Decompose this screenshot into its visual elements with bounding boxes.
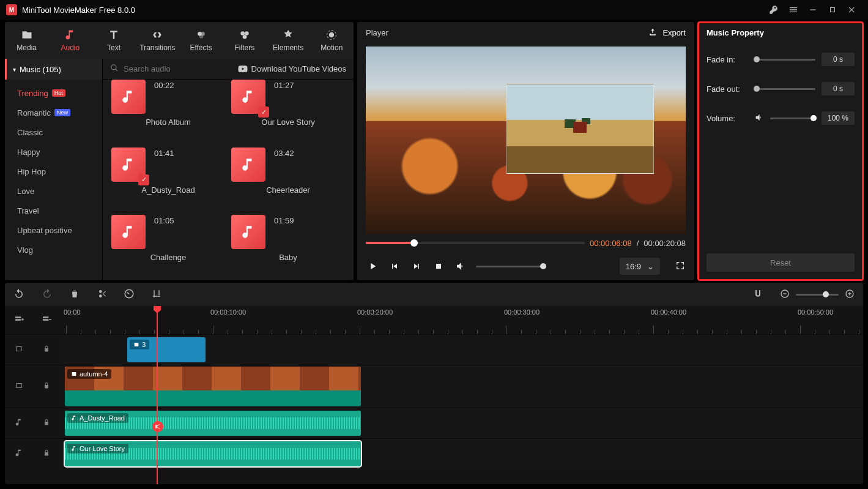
sidebar-item-romantic[interactable]: RomanticNew bbox=[17, 103, 102, 122]
property-volume-slider[interactable] bbox=[770, 118, 815, 119]
sidebar-item-trending[interactable]: TrendingHot bbox=[17, 83, 102, 103]
nav-filters-label: Filters bbox=[235, 43, 255, 52]
titlebar: M MiniTool MovieMaker Free 8.0.0 bbox=[0, 0, 868, 20]
fade-out-slider[interactable] bbox=[754, 88, 815, 90]
nav-text[interactable]: Text bbox=[92, 22, 136, 59]
check-icon: ✓ bbox=[258, 106, 269, 118]
fade-in-slider[interactable] bbox=[754, 59, 815, 61]
playback-seek-bar[interactable] bbox=[366, 242, 585, 244]
upgrade-key-icon[interactable] bbox=[764, 1, 784, 18]
stop-button[interactable] bbox=[432, 261, 445, 271]
nav-media-label: Media bbox=[17, 43, 37, 52]
nav-effects[interactable]: Effects bbox=[179, 22, 223, 59]
sidebar-item-upbeat-positive[interactable]: Upbeat positive bbox=[17, 220, 102, 240]
audio-item[interactable]: 01:59Baby bbox=[231, 215, 345, 280]
speed-button[interactable] bbox=[124, 288, 135, 301]
prev-frame-button[interactable] bbox=[388, 261, 401, 271]
nav-elements[interactable]: Elements bbox=[267, 22, 310, 59]
nav-media[interactable]: Media bbox=[5, 22, 48, 59]
track-overlay: 3 bbox=[5, 334, 863, 365]
zoom-out-button[interactable] bbox=[780, 289, 790, 300]
next-frame-button[interactable] bbox=[410, 261, 423, 271]
audio-duration: 01:27 bbox=[274, 81, 294, 90]
redo-button[interactable] bbox=[42, 288, 53, 301]
sidebar-item-love[interactable]: Love bbox=[17, 181, 102, 201]
remove-track-button[interactable] bbox=[42, 315, 51, 326]
lock-icon[interactable] bbox=[43, 345, 50, 354]
audio-clip-2[interactable]: Our Love Story bbox=[65, 441, 361, 466]
undo-button[interactable] bbox=[13, 288, 24, 301]
lock-icon[interactable] bbox=[43, 382, 50, 391]
play-button[interactable] bbox=[366, 261, 379, 272]
maximize-icon[interactable] bbox=[823, 1, 842, 18]
preview-viewport[interactable] bbox=[366, 47, 686, 234]
fade-out-value[interactable]: 0 s bbox=[822, 82, 855, 95]
export-button[interactable]: Export bbox=[648, 28, 686, 37]
music-icon bbox=[111, 215, 146, 249]
audio-duration: 01:59 bbox=[274, 216, 294, 225]
aspect-ratio-select[interactable]: 16:9⌄ bbox=[620, 258, 660, 275]
ruler-label: 00:00:20:00 bbox=[357, 308, 393, 316]
volume-icon[interactable] bbox=[454, 261, 467, 272]
video-clip[interactable]: autumn-4 bbox=[65, 367, 361, 406]
app-title: MiniTool MovieMaker Free 8.0.0 bbox=[22, 6, 135, 15]
audio-clip-1[interactable]: A_Dusty_Road bbox=[65, 411, 361, 436]
audio-track-icon bbox=[15, 418, 23, 428]
check-icon: ✓ bbox=[138, 174, 149, 185]
player-panel: Player Export 00:00:06:08 / 00:00:20:08 … bbox=[357, 22, 694, 280]
volume-slider[interactable] bbox=[476, 266, 543, 267]
nav-filters[interactable]: Filters bbox=[223, 22, 266, 59]
nav-audio[interactable]: Audio bbox=[48, 22, 92, 59]
library-panel: Media Audio Text Transitions Effects Fil… bbox=[5, 22, 354, 280]
audio-item[interactable]: 01:05Challenge bbox=[111, 215, 225, 280]
nav-motion[interactable]: Motion bbox=[310, 22, 354, 59]
audio-duration: 01:05 bbox=[154, 216, 174, 225]
chevron-down-icon: ⌄ bbox=[647, 262, 654, 271]
property-volume-value[interactable]: 100 % bbox=[822, 111, 855, 125]
export-label: Export bbox=[662, 28, 686, 37]
sidebar-item-vlog[interactable]: Vlog bbox=[17, 240, 102, 259]
reset-button[interactable]: Reset bbox=[707, 253, 855, 272]
fade-in-label: Fade in: bbox=[707, 55, 748, 64]
nav-transitions[interactable]: Transitions bbox=[136, 22, 179, 59]
zoom-slider[interactable] bbox=[796, 294, 839, 296]
split-button[interactable] bbox=[97, 289, 106, 300]
download-youtube-label: Download YouTube Videos bbox=[251, 64, 346, 73]
zoom-in-button[interactable] bbox=[845, 289, 855, 300]
overlay-clip[interactable]: 3 bbox=[127, 337, 206, 362]
volume-icon bbox=[754, 113, 764, 124]
delete-button[interactable] bbox=[70, 289, 80, 300]
download-youtube-link[interactable]: Download YouTube Videos bbox=[238, 64, 346, 74]
audio-item[interactable]: ✓01:27Our Love Story bbox=[231, 80, 345, 145]
snap-button[interactable] bbox=[753, 289, 763, 300]
crop-button[interactable] bbox=[152, 289, 161, 300]
sidebar-item-classic[interactable]: Classic bbox=[17, 122, 102, 142]
audio-item[interactable]: ✓01:41A_Dusty_Road bbox=[111, 147, 225, 213]
music-icon bbox=[231, 147, 265, 182]
lock-icon[interactable] bbox=[43, 449, 50, 458]
lock-icon[interactable] bbox=[43, 419, 50, 428]
audio-name: Baby bbox=[279, 253, 297, 262]
sidebar-header[interactable]: ▾Music (105) bbox=[5, 59, 102, 80]
playhead-split-icon[interactable] bbox=[152, 421, 163, 432]
audio-item[interactable]: 03:42Cheerleader bbox=[231, 147, 345, 213]
timeline: 00:0000:00:10:0000:00:20:0000:00:30:0000… bbox=[5, 306, 863, 484]
playhead[interactable] bbox=[157, 306, 158, 484]
timeline-ruler[interactable]: 00:0000:00:10:0000:00:20:0000:00:30:0000… bbox=[60, 306, 863, 334]
ruler-label: 00:00:50:00 bbox=[798, 308, 833, 316]
minimize-icon[interactable] bbox=[803, 1, 823, 18]
close-icon[interactable] bbox=[842, 1, 862, 18]
menu-icon[interactable] bbox=[784, 1, 803, 18]
sidebar-item-hip-hop[interactable]: Hip Hop bbox=[17, 162, 102, 181]
audio-item[interactable]: 00:22Photo Album bbox=[111, 80, 225, 145]
sidebar-item-travel[interactable]: Travel bbox=[17, 201, 102, 220]
fade-in-value[interactable]: 0 s bbox=[822, 53, 855, 66]
fullscreen-button[interactable] bbox=[675, 260, 686, 273]
app-logo: M bbox=[6, 4, 17, 15]
sidebar-item-happy[interactable]: Happy bbox=[17, 142, 102, 162]
add-track-button[interactable] bbox=[14, 315, 24, 326]
audio-name: A_Dusty_Road bbox=[141, 185, 195, 195]
player-title: Player bbox=[366, 28, 388, 37]
svg-point-6 bbox=[329, 32, 334, 37]
search-input[interactable] bbox=[124, 64, 233, 73]
